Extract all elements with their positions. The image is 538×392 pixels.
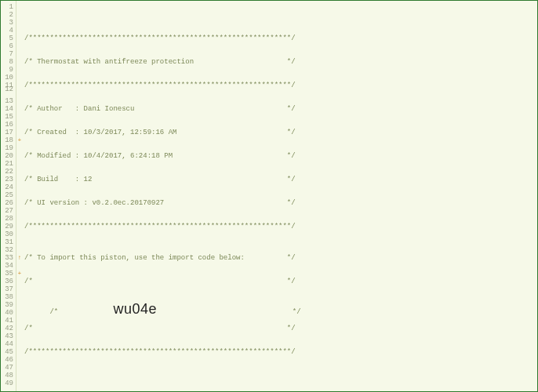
marker-plus-icon[interactable]: + [16, 270, 23, 278]
marker-empty [16, 129, 23, 136]
comment-import-hint: /* To import this piston, use the import… [24, 254, 296, 262]
marker-empty [16, 340, 23, 348]
line-number: 47 [1, 364, 13, 372]
marker-empty [16, 74, 23, 82]
marker-empty [16, 293, 23, 301]
line-number: 36 [1, 278, 13, 285]
line-number: 26 [1, 199, 13, 207]
line-number: 21 [1, 160, 13, 168]
line-number: 44 [1, 340, 13, 348]
line-number: 41 [1, 317, 13, 325]
line-number: 23 [1, 176, 13, 183]
comment-author: /* Author : Dani Ionescu */ [24, 105, 296, 113]
line-number: 16 [1, 121, 13, 129]
marker-empty [16, 278, 23, 285]
marker-empty [16, 199, 23, 207]
line-number: 42 [1, 325, 13, 332]
comment-created: /* Created : 10/3/2017, 12:59:16 AM */ [24, 129, 296, 136]
marker-empty [16, 246, 23, 254]
marker-empty [16, 50, 23, 58]
line-number: 31 [1, 238, 13, 246]
marker-empty [16, 262, 23, 270]
line-number: 48 [1, 372, 13, 379]
line-number: 15 [1, 113, 13, 121]
marker-empty [16, 42, 23, 50]
comment-bar: /***************************************… [24, 34, 296, 42]
comment-bar: /***************************************… [24, 82, 296, 89]
marker-empty [16, 34, 23, 42]
line-number: 45 [1, 348, 13, 356]
line-number: 29 [1, 223, 13, 230]
comment-prefix: /* [49, 308, 113, 316]
comment-bar: /***************************************… [24, 223, 296, 230]
comment-title: /* Thermostat with antifreeze protection… [24, 58, 296, 66]
marker-empty [16, 379, 23, 387]
marker-empty [16, 121, 23, 129]
comment-uiversion: /* UI version : v0.2.0ec.20170927 */ [24, 199, 296, 207]
line-number: 4 [1, 27, 13, 34]
comment-modified: /* Modified : 10/4/2017, 6:24:18 PM */ [24, 152, 296, 160]
line-number: 37 [1, 285, 13, 293]
line-number: 7 [1, 50, 13, 58]
line-number: 18 [1, 136, 13, 144]
line-number: 30 [1, 230, 13, 238]
marker-empty [16, 207, 23, 215]
line-number: 46 [1, 356, 13, 364]
line-number: 10 [1, 74, 13, 82]
line-number: 6 [1, 42, 13, 50]
comment-build: /* Build : 12 */ [24, 176, 296, 183]
marker-empty [16, 356, 23, 364]
line-number: 3 [1, 19, 13, 27]
line-number: 22 [1, 168, 13, 176]
marker-empty [16, 66, 23, 74]
line-number: 34 [1, 262, 13, 270]
marker-empty [16, 3, 23, 11]
line-number: 38 [1, 293, 13, 301]
marker-empty [16, 160, 23, 168]
line-number: 5 [1, 34, 13, 42]
marker-empty [16, 348, 23, 356]
marker-empty [16, 332, 23, 340]
marker-empty [16, 191, 23, 199]
line-number: 8 [1, 58, 13, 66]
marker-empty [16, 27, 23, 34]
marker-up-icon[interactable]: ↑ [16, 254, 23, 262]
line-number: 9 [1, 66, 13, 74]
marker-empty [16, 152, 23, 160]
marker-empty [16, 168, 23, 176]
line-number: 39 [1, 301, 13, 309]
marker-empty [16, 19, 23, 27]
line-number: 49 [1, 379, 13, 387]
marker-empty [16, 285, 23, 293]
marker-empty [16, 230, 23, 238]
marker-empty [16, 317, 23, 325]
comment-bar: /***************************************… [24, 348, 296, 356]
line-number: 43 [1, 332, 13, 340]
marker-column: +↑+ [16, 1, 23, 391]
marker-empty [16, 372, 23, 379]
marker-empty [16, 97, 23, 105]
line-number: 24 [1, 183, 13, 191]
line-number: 14 [1, 105, 13, 113]
marker-empty [16, 183, 23, 191]
line-number: 17 [1, 129, 13, 136]
marker-empty [16, 113, 23, 121]
line-number: 1 [1, 3, 13, 11]
comment-blank: /* */ [24, 325, 296, 332]
line-number: 19 [1, 144, 13, 152]
marker-empty [16, 176, 23, 183]
marker-empty [16, 105, 23, 113]
code-area[interactable]: /***************************************… [23, 1, 537, 391]
comment-suffix: */ [157, 308, 301, 316]
marker-empty [16, 301, 23, 309]
import-code[interactable]: wu04e [113, 301, 157, 317]
marker-empty [16, 58, 23, 66]
marker-plus-icon[interactable]: + [16, 136, 23, 144]
line-number: 2 [1, 11, 13, 19]
line-number: 28 [1, 215, 13, 223]
marker-empty [16, 215, 23, 223]
marker-empty [16, 309, 23, 317]
line-number-gutter: 1234567891011121314151617181920212223242… [1, 1, 16, 391]
line-number: 25 [1, 191, 13, 199]
line-number: 35 [1, 270, 13, 278]
